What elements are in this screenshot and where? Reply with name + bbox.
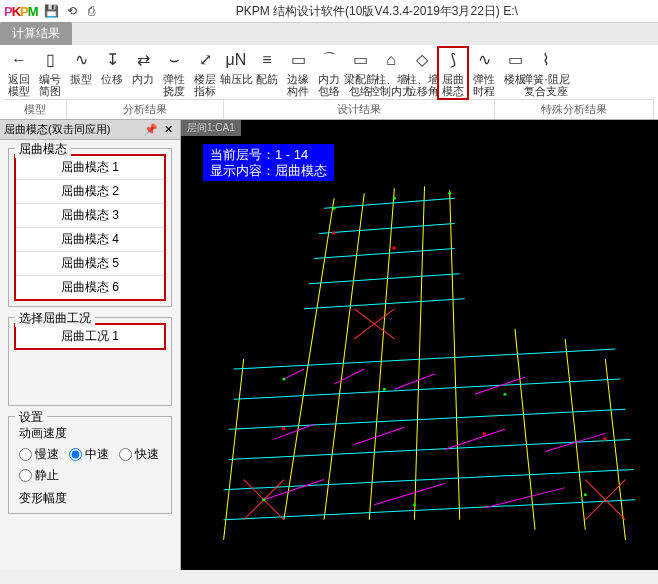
svg-line-11 (314, 249, 455, 259)
ribbon-btn-14[interactable]: ⟆屈曲 模态 (438, 47, 468, 99)
ribbon-label-15: 弹性 时程 (473, 73, 495, 97)
speed-option-0[interactable]: 慢速 (19, 446, 59, 463)
case-legend: 选择屈曲工况 (15, 310, 95, 327)
side-panel-title: 屈曲模态(双击同应用) (4, 122, 110, 137)
ribbon-btn-6[interactable]: ⤢楼层 指标 (190, 47, 220, 99)
model-render (181, 138, 658, 570)
ribbon-label-10: 内力 包络 (318, 73, 340, 97)
side-panel-header: 屈曲模态(双击同应用) 📌 ✕ (0, 120, 180, 140)
speed-option-1[interactable]: 中速 (69, 446, 109, 463)
ribbon-label-13: 柱、墙 位移角 (406, 73, 439, 97)
ribbon-icon-11: ▭ (349, 49, 371, 71)
ribbon-icon-1: ▯ (39, 49, 61, 71)
close-icon[interactable]: ✕ (161, 123, 176, 136)
tab-results[interactable]: 计算结果 (0, 22, 72, 45)
ribbon-btn-0[interactable]: ←返回 模型 (4, 47, 34, 99)
ribbon-group-3: 特殊分析结果 (495, 100, 654, 119)
svg-line-25 (354, 428, 404, 445)
svg-line-15 (234, 379, 621, 399)
ribbon-btn-1[interactable]: ▯编号 简图 (35, 47, 65, 99)
undo-icon[interactable]: ⟲ (64, 3, 80, 19)
mode-item-5[interactable]: 屈曲模态 5 (16, 252, 164, 276)
svg-line-20 (284, 369, 304, 379)
svg-line-6 (605, 359, 625, 540)
speed-option-3[interactable]: 静止 (19, 467, 59, 484)
ribbon: ←返回 模型▯编号 简图∿振型↧位移⇄内力⌣弹性 挠度⤢楼层 指标μN轴压比≡配… (0, 45, 658, 120)
speed-radio-1[interactable] (69, 448, 82, 461)
ribbon-label-7: 轴压比 (220, 73, 253, 85)
svg-point-42 (503, 393, 506, 396)
ribbon-btn-5[interactable]: ⌣弹性 挠度 (159, 47, 189, 99)
svg-line-21 (334, 369, 364, 384)
settings-group: 设置 动画速度 慢速中速快速静止 变形幅度 (8, 416, 172, 514)
ribbon-icon-0: ← (8, 49, 30, 71)
mode-item-4[interactable]: 屈曲模态 4 (16, 228, 164, 252)
ribbon-icon-4: ⇄ (132, 49, 154, 71)
ribbon-icon-6: ⤢ (194, 49, 216, 71)
model-viewport[interactable]: 层间1:CA1 当前层号：1 - 14 显示内容：屈曲模态 (181, 120, 658, 570)
mode-item-6[interactable]: 屈曲模态 6 (16, 276, 164, 299)
buckling-modes-list[interactable]: 屈曲模态 1屈曲模态 2屈曲模态 3屈曲模态 4屈曲模态 5屈曲模态 6 (15, 155, 165, 300)
titlebar: PKPM 💾 ⟲ ⎙ PKPM 结构设计软件(10版V4.3.4-2019年3月… (0, 0, 658, 23)
ribbon-btn-17[interactable]: ⌇弹簧·阻尼 复合支座 (531, 47, 561, 99)
ribbon-btn-7[interactable]: μN轴压比 (221, 47, 251, 87)
ribbon-icon-2: ∿ (70, 49, 92, 71)
case-item-1[interactable]: 屈曲工况 1 (16, 325, 164, 348)
ribbon-btn-15[interactable]: ∿弹性 时程 (469, 47, 499, 99)
ribbon-btn-3[interactable]: ↧位移 (97, 47, 127, 87)
app-logo: PKPM (4, 4, 38, 19)
ribbon-icon-15: ∿ (473, 49, 495, 71)
print-icon[interactable]: ⎙ (84, 3, 100, 19)
ribbon-btn-12[interactable]: ⌂柱、墙 控制内力 (376, 47, 406, 99)
svg-point-44 (413, 503, 416, 506)
mode-item-3[interactable]: 屈曲模态 3 (16, 204, 164, 228)
svg-point-41 (383, 388, 386, 391)
ribbon-btn-4[interactable]: ⇄内力 (128, 47, 158, 87)
svg-line-23 (475, 377, 525, 394)
ribbon-label-17: 弹簧·阻尼 复合支座 (522, 73, 569, 97)
ribbon-icon-7: μN (225, 49, 247, 71)
modes-legend: 屈曲模态 (15, 141, 71, 158)
ribbon-btn-13[interactable]: ◇柱、墙 位移角 (407, 47, 437, 99)
mode-item-1[interactable]: 屈曲模态 1 (16, 156, 164, 180)
pin-icon[interactable]: 📌 (141, 123, 161, 136)
side-panel: 屈曲模态(双击同应用) 📌 ✕ 屈曲模态 屈曲模态 1屈曲模态 2屈曲模态 3屈… (0, 120, 181, 570)
ribbon-label-6: 楼层 指标 (194, 73, 216, 97)
speed-option-2[interactable]: 快速 (119, 446, 159, 463)
svg-line-22 (394, 374, 434, 389)
svg-line-29 (374, 484, 444, 505)
svg-point-43 (262, 498, 265, 501)
ribbon-icon-13: ◇ (411, 49, 433, 71)
speed-radio-2[interactable] (119, 448, 132, 461)
buckling-case-group: 选择屈曲工况 屈曲工况 1 (8, 317, 172, 406)
ribbon-btn-9[interactable]: ▭边缘 构件 (283, 47, 313, 99)
svg-line-7 (565, 339, 585, 530)
svg-line-18 (224, 470, 634, 490)
svg-line-13 (304, 299, 465, 309)
ribbon-btn-2[interactable]: ∿振型 (66, 47, 96, 87)
svg-line-14 (234, 349, 616, 369)
svg-rect-50 (603, 438, 606, 441)
svg-line-2 (369, 188, 394, 520)
svg-line-12 (309, 274, 460, 284)
save-icon[interactable]: 💾 (44, 3, 60, 19)
buckling-case-list[interactable]: 屈曲工况 1 (15, 324, 165, 349)
viewport-tab[interactable]: 层间1:CA1 (181, 120, 241, 136)
ribbon-btn-10[interactable]: ⌒内力 包络 (314, 47, 344, 99)
svg-line-5 (224, 359, 244, 540)
svg-rect-46 (332, 232, 335, 235)
ribbon-label-0: 返回 模型 (8, 73, 30, 97)
speed-radio-0[interactable] (19, 448, 32, 461)
anim-speed-label: 动画速度 (15, 423, 165, 444)
ribbon-label-9: 边缘 构件 (287, 73, 309, 97)
svg-line-17 (229, 440, 631, 460)
mode-item-2[interactable]: 屈曲模态 2 (16, 180, 164, 204)
svg-rect-49 (483, 433, 486, 436)
svg-line-28 (264, 480, 324, 500)
ribbon-group-0: 模型 (4, 100, 67, 119)
ribbon-label-3: 位移 (101, 73, 123, 85)
ribbon-label-4: 内力 (132, 73, 154, 85)
speed-radio-3[interactable] (19, 469, 32, 482)
svg-point-38 (393, 197, 396, 200)
ribbon-btn-8[interactable]: ≡配筋 (252, 47, 282, 87)
